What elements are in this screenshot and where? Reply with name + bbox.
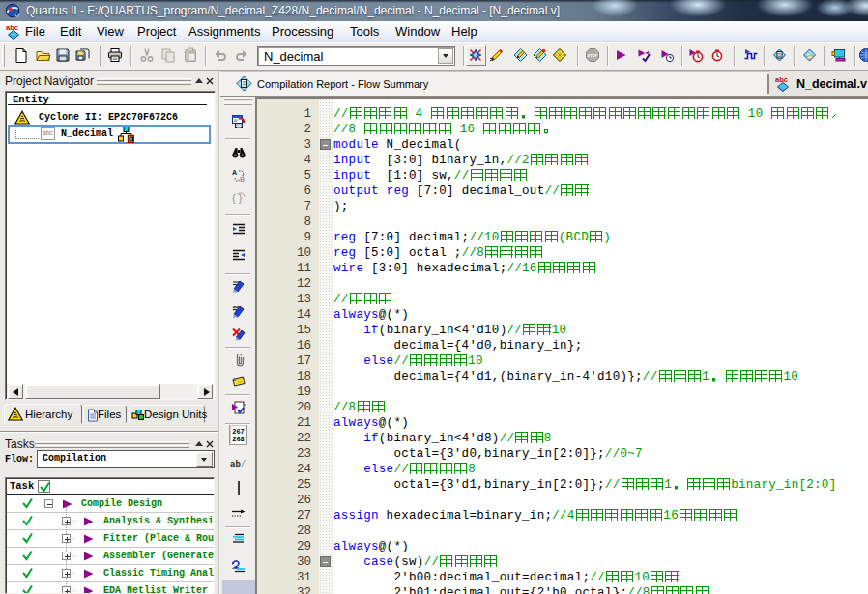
svg-text:A: A [232, 169, 237, 176]
svg-text:abc: abc [775, 75, 788, 84]
svg-text:B: B [240, 176, 245, 183]
